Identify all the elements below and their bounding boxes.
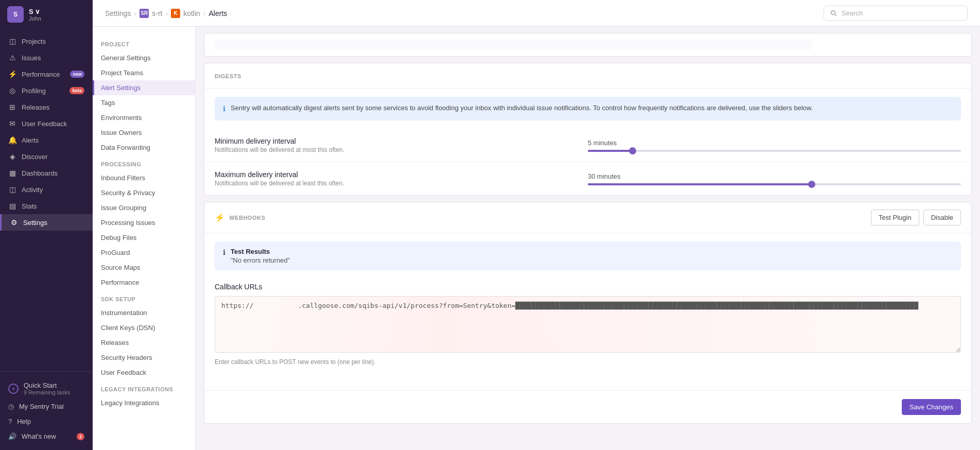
max-interval-track [588, 183, 961, 185]
whats-new-item[interactable]: 🔊 What's new 2 [0, 429, 93, 444]
nav-header[interactable]: S S ∨ John [0, 0, 93, 29]
breadcrumb-sep-3: › [203, 9, 206, 18]
main-area: Settings › SR s-rt › K kotlin › Alerts S… [93, 0, 980, 450]
sidebar-link-source-maps[interactable]: Source Maps [93, 260, 195, 275]
sidebar-item-dashboards[interactable]: ▦ Dashboards [0, 165, 93, 181]
search-icon [830, 10, 837, 17]
sidebar-link-user-feedback[interactable]: User Feedback [93, 365, 195, 380]
sidebar-link-processing-issues[interactable]: Processing Issues [93, 215, 195, 230]
settings-sidebar: PROJECT General Settings Project Teams A… [93, 27, 196, 450]
min-interval-fill [588, 150, 633, 152]
my-sentry-trial-item[interactable]: ◷ My Sentry Trial [0, 399, 93, 414]
sidebar-link-legacy-integrations[interactable]: Legacy Integrations [93, 395, 195, 410]
max-interval-thumb[interactable] [808, 181, 815, 188]
content-inner: DIGESTS ℹ Sentry will automatically dige… [196, 33, 980, 450]
test-results-value: "No errors returned" [231, 256, 290, 264]
test-plugin-button[interactable]: Test Plugin [871, 210, 919, 226]
webhooks-actions: Test Plugin Disable [871, 210, 961, 226]
save-changes-button[interactable]: Save Changes [902, 399, 961, 415]
beta-badge: beta [69, 87, 84, 94]
sidebar-item-performance[interactable]: ⚡ Performance new [0, 66, 93, 82]
max-interval-desc: Notifications will be delivered at least… [215, 180, 588, 187]
sidebar-item-activity[interactable]: ◫ Activity [0, 181, 93, 198]
nav-user-info: S ∨ John [29, 8, 41, 22]
sidebar-item-label: Issues [22, 54, 41, 62]
sidebar-item-issues[interactable]: ⚠ Issues [0, 49, 93, 66]
min-interval-value: 5 minutes [588, 139, 617, 147]
sidebar-link-issue-owners[interactable]: Issue Owners [93, 125, 195, 140]
sidebar-link-debug-files[interactable]: Debug Files [93, 230, 195, 245]
help-icon: ? [8, 418, 12, 425]
min-interval-title: Minimum delivery interval [215, 137, 588, 145]
svg-point-0 [831, 10, 835, 14]
top-partial-card [204, 33, 972, 57]
content-area: PROJECT General Settings Project Teams A… [93, 27, 980, 450]
stats-icon: ▤ [8, 202, 16, 210]
sidebar-link-tags[interactable]: Tags [93, 95, 195, 110]
min-interval-thumb[interactable] [629, 147, 636, 154]
sidebar-section-processing: PROCESSING [93, 155, 195, 170]
sidebar-link-performance[interactable]: Performance [93, 275, 195, 290]
sidebar-link-proguard[interactable]: ProGuard [93, 245, 195, 260]
sidebar-link-inbound-filters[interactable]: Inbound Filters [93, 170, 195, 185]
sidebar-link-releases[interactable]: Releases [93, 335, 195, 350]
quick-start-item[interactable]: ● Quick Start 9 Remaining tasks [0, 378, 93, 399]
max-interval-title: Maximum delivery interval [215, 170, 588, 179]
performance-icon: ⚡ [8, 70, 16, 78]
test-results-banner: ℹ Test Results "No errors returned" [215, 241, 961, 270]
sidebar-link-environments[interactable]: Environments [93, 110, 195, 125]
sidebar-link-alert-settings[interactable]: Alert Settings [93, 80, 195, 95]
sidebar-item-stats[interactable]: ▤ Stats [0, 198, 93, 214]
avatar: S [7, 6, 24, 23]
srt-icon: SR [139, 9, 149, 18]
max-interval-value: 30 minutes [588, 172, 621, 180]
disable-button[interactable]: Disable [923, 210, 961, 226]
sidebar-item-user-feedback[interactable]: ✉ User Feedback [0, 115, 93, 132]
sidebar-link-security-privacy[interactable]: Security & Privacy [93, 185, 195, 200]
sidebar-link-issue-grouping[interactable]: Issue Grouping [93, 200, 195, 215]
breadcrumb-sep-2: › [165, 9, 168, 18]
max-interval-slider[interactable] [588, 183, 961, 185]
min-interval-slider[interactable] [588, 150, 961, 152]
sidebar-item-label: Alerts [22, 136, 39, 144]
sidebar-item-label: Dashboards [22, 169, 58, 177]
sidebar-link-instrumentation[interactable]: Instrumentation [93, 305, 195, 320]
sidebar-item-releases[interactable]: ⊞ Releases [0, 99, 93, 115]
sidebar-item-label: Projects [22, 38, 46, 45]
webhooks-header: ⚡ WEBHOOKS Test Plugin Disable [204, 202, 971, 233]
sidebar-item-projects[interactable]: ◫ Projects [0, 33, 93, 49]
sidebar-link-security-headers[interactable]: Security Headers [93, 350, 195, 365]
breadcrumb-settings[interactable]: Settings [105, 9, 131, 18]
breadcrumb-srt[interactable]: s-rt [152, 9, 162, 18]
breadcrumb-current: Alerts [209, 9, 227, 18]
whats-new-count: 2 [77, 433, 84, 440]
breadcrumb-kotlin[interactable]: kotlin [183, 9, 200, 18]
test-results-title: Test Results [231, 248, 290, 255]
callback-label: Callback URLs [215, 283, 961, 291]
callback-urls-input[interactable]: https:// .callgoose.com/sqibs-api/v1/pro… [215, 296, 961, 353]
sidebar-link-project-teams[interactable]: Project Teams [93, 65, 195, 80]
sidebar-item-discover[interactable]: ◈ Discover [0, 148, 93, 165]
max-interval-fill [588, 183, 812, 185]
min-interval-control: 5 minutes [588, 139, 961, 152]
digests-card: DIGESTS ℹ Sentry will automatically dige… [204, 63, 972, 196]
save-row: Save Changes [204, 390, 971, 423]
quick-start-info: Quick Start 9 Remaining tasks [24, 382, 71, 395]
search-box[interactable]: Search [824, 6, 968, 21]
sidebar-item-profiling[interactable]: ◎ Profiling beta [0, 82, 93, 99]
sidebar-item-label: Activity [22, 186, 43, 194]
sidebar-item-label: Stats [22, 202, 37, 210]
releases-icon: ⊞ [8, 103, 16, 111]
sidebar-link-client-keys[interactable]: Client Keys (DSN) [93, 320, 195, 335]
sidebar-link-general-settings[interactable]: General Settings [93, 50, 195, 65]
sidebar-item-alerts[interactable]: 🔔 Alerts [0, 132, 93, 148]
projects-icon: ◫ [8, 37, 16, 45]
help-item[interactable]: ? Help [0, 414, 93, 429]
callback-help-text: Enter callback URLs to POST new events t… [215, 358, 961, 366]
callback-section: Callback URLs https:// .callgoose.com/sq… [204, 274, 971, 374]
sidebar-item-settings[interactable]: ⚙ Settings [0, 214, 93, 231]
sidebar-link-data-forwarding[interactable]: Data Forwarding [93, 140, 195, 155]
dashboards-icon: ▦ [8, 169, 16, 177]
activity-icon: ◫ [8, 185, 16, 194]
sidebar-item-label: Discover [22, 153, 48, 161]
